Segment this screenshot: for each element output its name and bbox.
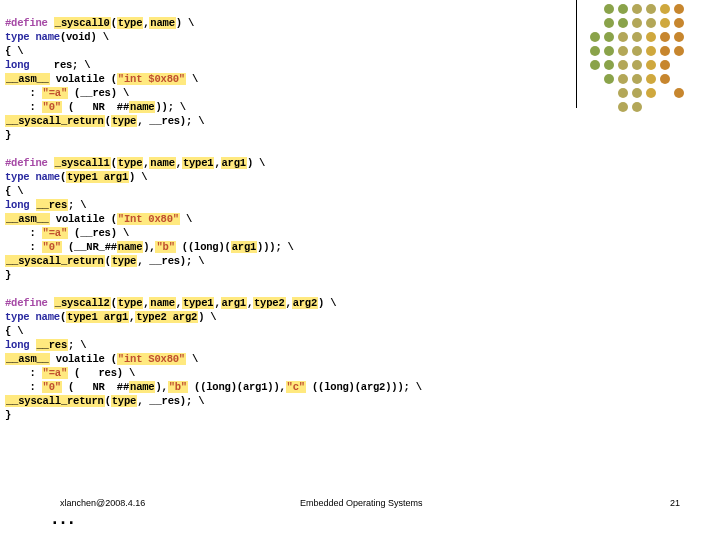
t: : [5, 87, 42, 99]
t: __asm__ [5, 73, 50, 85]
dot-icon [618, 60, 628, 70]
t: ( [111, 17, 117, 29]
t: long [5, 59, 29, 71]
t: ( NR ## [62, 381, 129, 393]
t: __asm__ [5, 213, 50, 225]
dot-icon [674, 18, 684, 28]
dot-icon [674, 46, 684, 56]
t: : [5, 241, 42, 253]
t: "c" [286, 381, 306, 393]
t: __asm__ [5, 353, 50, 365]
footer-author: xlanchen@2008.4.16 [60, 498, 145, 508]
footer-title: Embedded Operating Systems [300, 498, 423, 508]
t: , __res); \ [137, 395, 204, 407]
t: name [129, 101, 155, 113]
dot-icon [646, 88, 656, 98]
t: { \ [5, 45, 23, 57]
t: type1 [182, 297, 215, 309]
t: ) \ [318, 297, 336, 309]
t: type [117, 157, 143, 169]
dot-icon [604, 60, 614, 70]
dot-icon [632, 88, 642, 98]
t: ) \ [198, 311, 216, 323]
t: name [117, 241, 143, 253]
t: ( [105, 255, 111, 267]
t: type1 arg1 [66, 171, 129, 183]
dot-icon [660, 32, 670, 42]
t: "=a" [42, 367, 68, 379]
t: ), [143, 241, 155, 253]
dot-icon [646, 46, 656, 56]
t: __syscall_return [5, 395, 105, 407]
t: ( res) \ [68, 367, 135, 379]
t: __syscall_return [5, 115, 105, 127]
dot-icon [632, 18, 642, 28]
t: : [5, 381, 42, 393]
t: __res [36, 199, 69, 211]
t: arg2 [292, 297, 318, 309]
dot-icon [604, 18, 614, 28]
t: )); \ [155, 101, 186, 113]
t: ) \ [129, 171, 147, 183]
dot-icon [604, 4, 614, 14]
t: type name [5, 311, 60, 323]
t: type1 arg1 [66, 311, 129, 323]
t: , __res); \ [137, 255, 204, 267]
t: type2 arg2 [135, 311, 198, 323]
dot-icon [590, 46, 600, 56]
t: type2 [253, 297, 286, 309]
decorative-dots-grid [590, 4, 686, 114]
dot-icon [632, 74, 642, 84]
dot-icon [660, 4, 670, 14]
t: type [111, 395, 137, 407]
t: "=a" [42, 87, 68, 99]
t: name [149, 17, 175, 29]
dot-icon [590, 60, 600, 70]
dot-icon [618, 46, 628, 56]
t: arg1 [221, 157, 247, 169]
t: volatile ( [50, 73, 117, 85]
dot-icon [618, 4, 628, 14]
t: ((long)( [176, 241, 231, 253]
t: ( [111, 157, 117, 169]
dot-icon [632, 60, 642, 70]
t: "0" [42, 381, 62, 393]
t: #define [5, 297, 54, 309]
t: arg1 [231, 241, 257, 253]
t: : [5, 101, 42, 113]
t: ) \ [247, 157, 265, 169]
dot-icon [660, 18, 670, 28]
dot-icon [646, 32, 656, 42]
t: "int $0x80" [117, 73, 186, 85]
t: volatile ( [50, 213, 117, 225]
t: ; \ [68, 199, 86, 211]
t: , [214, 157, 220, 169]
t: "b" [168, 381, 188, 393]
t: ( NR ## [62, 101, 129, 113]
t: res; \ [29, 59, 90, 71]
t: long [5, 199, 36, 211]
t: ( [105, 115, 111, 127]
t: type [111, 115, 137, 127]
t: ((long)(arg2))); \ [306, 381, 422, 393]
dot-icon [660, 74, 670, 84]
t: { \ [5, 185, 23, 197]
t: ), [155, 381, 167, 393]
dot-icon [604, 46, 614, 56]
t: ((long)(arg1)), [188, 381, 286, 393]
t: , [176, 297, 182, 309]
t: \ [186, 353, 198, 365]
dot-icon [632, 4, 642, 14]
t: long [5, 339, 36, 351]
t: ; \ [68, 339, 86, 351]
t: , [176, 157, 182, 169]
t: volatile ( [50, 353, 117, 365]
t: "0" [42, 241, 62, 253]
t: , [214, 297, 220, 309]
dot-icon [660, 60, 670, 70]
dot-icon [618, 88, 628, 98]
t: type [117, 17, 143, 29]
t: #define [5, 157, 54, 169]
t: } [5, 269, 11, 281]
footer-page: 21 [670, 498, 680, 508]
